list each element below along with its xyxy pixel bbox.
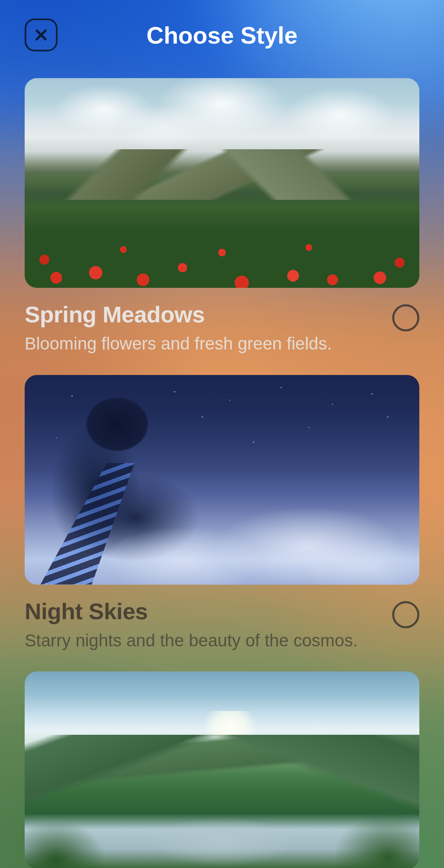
style-card-spring-meadows[interactable]: Spring Meadows Blooming flowers and fres… <box>25 78 419 355</box>
style-card-tropical[interactable] <box>25 671 419 868</box>
style-card-night-skies[interactable]: Night Skies Starry nights and the beauty… <box>25 375 419 652</box>
header: Choose Style <box>25 16 419 53</box>
style-text-block: Night Skies Starry nights and the beauty… <box>25 598 380 652</box>
select-radio[interactable] <box>392 601 419 628</box>
style-info-row: Spring Meadows Blooming flowers and fres… <box>25 301 419 355</box>
close-button[interactable] <box>25 19 58 51</box>
style-description: Blooming flowers and fresh green fields. <box>25 333 380 355</box>
close-icon <box>32 26 50 44</box>
style-preview-image <box>25 671 419 868</box>
style-text-block: Spring Meadows Blooming flowers and fres… <box>25 301 380 355</box>
style-description: Starry nights and the beauty of the cosm… <box>25 630 380 652</box>
style-title: Night Skies <box>25 598 380 625</box>
style-title: Spring Meadows <box>25 301 380 328</box>
select-radio[interactable] <box>392 304 419 331</box>
content-container: Choose Style Spring Meadows Blooming flo… <box>0 0 444 868</box>
style-preview-image <box>25 375 419 585</box>
style-info-row: Night Skies Starry nights and the beauty… <box>25 598 419 652</box>
page-title: Choose Style <box>146 21 297 49</box>
style-preview-image <box>25 78 419 288</box>
